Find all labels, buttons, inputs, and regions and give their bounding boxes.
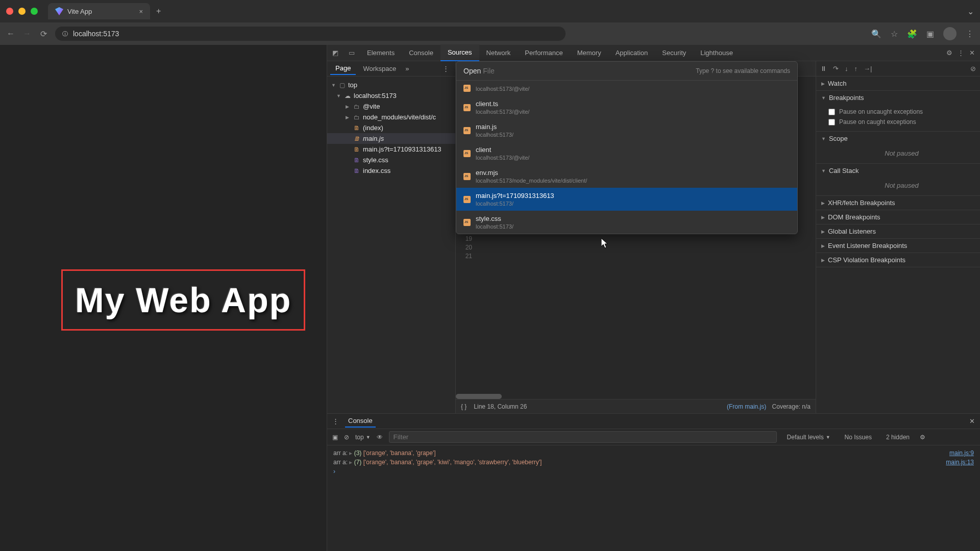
tab-security[interactable]: Security xyxy=(655,45,693,61)
dbg-csp[interactable]: ▶CSP Violation Breakpoints xyxy=(816,253,980,267)
devtools-close-icon[interactable]: ✕ xyxy=(969,49,975,57)
open-file-item[interactable]: style.csslocalhost:5173/ xyxy=(456,211,797,234)
zoom-icon[interactable]: 🔍 xyxy=(871,29,881,39)
dbg-breakpoints[interactable]: ▼Breakpoints xyxy=(816,91,980,105)
dbg-global[interactable]: ▶Global Listeners xyxy=(816,224,980,238)
console-filter-input[interactable] xyxy=(389,431,777,443)
tab-console[interactable]: Console xyxy=(402,45,440,61)
window-minimize-button[interactable] xyxy=(18,8,26,15)
file-tree: ▼▢top ▼☁localhost:5173 ▶🗀@vite ▶🗀node_mo… xyxy=(327,77,455,413)
pause-uncaught-checkbox[interactable]: Pause on uncaught exceptions xyxy=(828,107,975,117)
url-field[interactable]: ⓘ localhost:5173 xyxy=(55,27,566,41)
device-toggle-icon[interactable]: ▭ xyxy=(344,49,360,57)
console-drawer: ⋮ Console ✕ ▣ ⊘ top▼ 👁 Default levels▼ N… xyxy=(327,413,980,551)
debugger-panel: ⏸ ↷ ↓ ↑ →| ⊘ ▶Watch ▼Breakpoints Pause o… xyxy=(816,61,980,413)
new-tab-button[interactable]: + xyxy=(154,5,163,18)
console-settings-icon[interactable]: ⚙ xyxy=(920,434,925,441)
pause-button[interactable]: ⏸ xyxy=(820,65,827,72)
tab-performance[interactable]: Performance xyxy=(518,45,570,61)
live-expression-button[interactable]: 👁 xyxy=(377,434,383,441)
forward-button[interactable]: → xyxy=(22,29,32,38)
dbg-event[interactable]: ▶Event Listener Breakpoints xyxy=(816,239,980,253)
dbg-watch[interactable]: ▶Watch xyxy=(816,77,980,90)
console-sidebar-toggle-icon[interactable]: ▣ xyxy=(332,434,338,441)
file-icon xyxy=(463,85,471,92)
console-log-line[interactable]: arr a: ▸ (3) ['orange', 'banana', 'grape… xyxy=(333,448,974,458)
source-map-link[interactable]: (From main.js) xyxy=(727,403,766,410)
context-selector[interactable]: top▼ xyxy=(355,434,371,441)
console-close-button[interactable]: ✕ xyxy=(969,417,975,425)
tree-node-modules[interactable]: ▶🗀node_modules/vite/dist/c xyxy=(327,112,455,122)
url-text: localhost:5173 xyxy=(73,30,119,38)
log-source-link[interactable]: main.js:9 xyxy=(949,449,974,457)
tab-elements[interactable]: Elements xyxy=(360,45,402,61)
browser-menu-icon[interactable]: ⋮ xyxy=(966,29,974,39)
browser-tab[interactable]: Vite App × xyxy=(48,3,150,19)
open-file-item[interactable]: client.tslocalhost:5173/@vite/ xyxy=(456,96,797,119)
window-close-button[interactable] xyxy=(6,8,13,15)
console-body[interactable]: arr a: ▸ (3) ['orange', 'banana', 'grape… xyxy=(327,445,980,551)
open-file-item[interactable]: env.mjslocalhost:5173/node_modules/vite/… xyxy=(456,165,797,188)
open-file-item[interactable]: main.js?t=1710931313613localhost:5173/ xyxy=(456,188,797,211)
navigator-menu-icon[interactable]: ⋮ xyxy=(439,65,452,72)
deactivate-breakpoints-button[interactable]: ⊘ xyxy=(970,65,976,72)
tab-application[interactable]: Application xyxy=(608,45,655,61)
log-source-link[interactable]: main.js:13 xyxy=(946,459,974,466)
pretty-print-button[interactable]: { } xyxy=(461,403,467,410)
tab-memory[interactable]: Memory xyxy=(570,45,608,61)
tree-host[interactable]: ▼☁localhost:5173 xyxy=(327,90,455,101)
step-over-button[interactable]: ↷ xyxy=(833,65,839,72)
address-bar: ← → ⟳ ⓘ localhost:5173 🔍 ☆ 🧩 ▣ ⋮ xyxy=(0,22,980,45)
tree-index[interactable]: 🗎(index) xyxy=(327,122,455,133)
reload-button[interactable]: ⟳ xyxy=(39,29,48,39)
console-log-line[interactable]: arr a: ▸ (7) ['orange', 'banana', 'grape… xyxy=(333,458,974,467)
tab-lighthouse[interactable]: Lighthouse xyxy=(693,45,740,61)
step-into-button[interactable]: ↓ xyxy=(845,65,848,72)
dbg-scope[interactable]: ▼Scope xyxy=(816,132,980,145)
devtools-menu-icon[interactable]: ⋮ xyxy=(958,49,964,57)
window-maximize-button[interactable] xyxy=(31,8,38,15)
step-out-button[interactable]: ↑ xyxy=(854,65,858,72)
bookmark-icon[interactable]: ☆ xyxy=(891,29,898,39)
tree-stylecss[interactable]: 🗎style.css xyxy=(327,155,455,165)
profile-avatar[interactable] xyxy=(943,27,957,40)
back-button[interactable]: ← xyxy=(6,29,15,38)
nav-tab-page[interactable]: Page xyxy=(330,62,356,75)
step-button[interactable]: →| xyxy=(864,65,872,72)
nav-tab-workspace[interactable]: Workspace xyxy=(358,63,401,74)
tab-sources[interactable]: Sources xyxy=(440,44,479,61)
dbg-call-stack[interactable]: ▼Call Stack xyxy=(816,164,980,178)
tree-mainjs[interactable]: 🗎main.js xyxy=(327,133,455,144)
open-file-input[interactable] xyxy=(483,67,694,75)
hidden-count[interactable]: 2 hidden xyxy=(882,432,914,442)
file-icon xyxy=(463,173,471,180)
tree-mainjs-ts[interactable]: 🗎main.js?t=1710931313613 xyxy=(327,144,455,155)
tree-indexcss[interactable]: 🗎index.css xyxy=(327,165,455,176)
clear-console-button[interactable]: ⊘ xyxy=(344,434,349,441)
side-panel-icon[interactable]: ▣ xyxy=(926,29,934,39)
file-icon xyxy=(463,196,471,203)
settings-icon[interactable]: ⚙ xyxy=(946,49,952,57)
dbg-xhr[interactable]: ▶XHR/fetch Breakpoints xyxy=(816,196,980,210)
dbg-dom[interactable]: ▶DOM Breakpoints xyxy=(816,210,980,224)
open-file-item[interactable]: main.jslocalhost:5173/ xyxy=(456,119,797,142)
tab-close-button[interactable]: × xyxy=(139,8,143,15)
issues-button[interactable]: No Issues xyxy=(841,432,876,442)
editor-scrollbar[interactable] xyxy=(456,394,502,399)
tree-vite-folder[interactable]: ▶🗀@vite xyxy=(327,101,455,112)
open-file-item[interactable]: clientlocalhost:5173/@vite/ xyxy=(456,142,797,165)
log-levels-selector[interactable]: Default levels▼ xyxy=(783,432,835,442)
pause-caught-checkbox[interactable]: Pause on caught exceptions xyxy=(828,117,975,127)
tree-top[interactable]: ▼▢top xyxy=(327,80,455,90)
tab-network[interactable]: Network xyxy=(479,45,518,61)
drawer-menu-icon[interactable]: ⋮ xyxy=(332,417,339,425)
nav-tab-more[interactable]: » xyxy=(405,65,409,72)
extensions-icon[interactable]: 🧩 xyxy=(907,29,917,39)
inspect-icon[interactable]: ◩ xyxy=(327,49,344,57)
console-prompt[interactable]: › xyxy=(333,467,974,476)
file-icon xyxy=(463,219,471,226)
open-file-item[interactable]: localhost:5173/@vite/ xyxy=(456,81,797,96)
console-tab[interactable]: Console xyxy=(345,415,376,428)
site-info-icon[interactable]: ⓘ xyxy=(62,30,68,38)
tab-expand-button[interactable]: ⌄ xyxy=(967,7,974,16)
